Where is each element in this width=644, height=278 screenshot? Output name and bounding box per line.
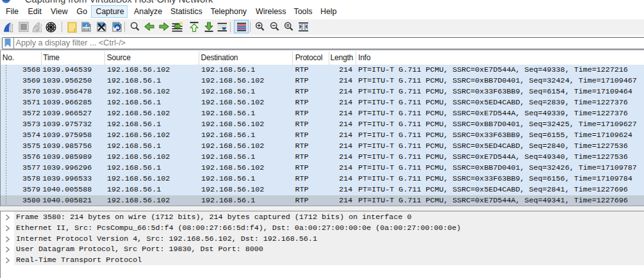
svg-text:010: 010 <box>83 28 90 32</box>
